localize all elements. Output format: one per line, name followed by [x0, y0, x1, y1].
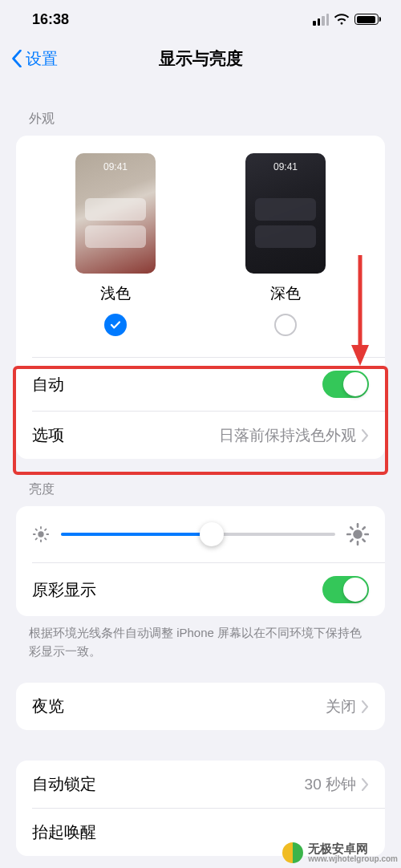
light-preview-icon: 09:41 [75, 153, 156, 274]
brightness-slider[interactable] [61, 522, 335, 546]
sun-large-icon [346, 523, 369, 546]
svg-point-0 [38, 531, 43, 537]
appearance-header: 外观 [0, 79, 401, 136]
svg-line-8 [45, 529, 46, 530]
options-label: 选项 [32, 424, 64, 446]
chevron-left-icon [11, 50, 22, 67]
brightness-slider-row [16, 506, 385, 562]
checkmark-icon [109, 318, 122, 331]
truetone-footer: 根据环境光线条件自动调整 iPhone 屏幕以在不同环境下保持色彩显示一致。 [0, 616, 401, 660]
auto-lock-label: 自动锁定 [32, 773, 96, 795]
watermark-logo-icon [282, 842, 303, 863]
dark-preview-icon: 09:41 [245, 153, 326, 274]
light-radio[interactable] [104, 314, 127, 336]
svg-line-5 [36, 529, 37, 530]
night-shift-value: 关闭 [326, 696, 356, 717]
appearance-options-row[interactable]: 选项 日落前保持浅色外观 [16, 412, 385, 459]
status-time: 16:38 [32, 11, 69, 28]
brightness-header: 亮度 [0, 459, 401, 506]
battery-icon [354, 14, 379, 25]
svg-line-16 [350, 539, 352, 541]
status-bar: 16:38 [0, 0, 401, 39]
status-indicators [313, 14, 379, 26]
night-shift-row[interactable]: 夜览 关闭 [16, 683, 385, 730]
auto-lock-row[interactable]: 自动锁定 30 秒钟 [16, 761, 385, 808]
back-label: 设置 [26, 48, 58, 70]
auto-appearance-switch[interactable] [322, 371, 369, 398]
chevron-right-icon [361, 778, 369, 791]
auto-lock-value: 30 秒钟 [305, 774, 356, 795]
night-shift-card: 夜览 关闭 [16, 683, 385, 730]
brightness-card: 原彩显示 [16, 506, 385, 616]
appearance-card: 09:41 浅色 09:41 深色 自动 选项 日落前保持浅色外观 [16, 136, 385, 459]
raise-wake-label: 抬起唤醒 [32, 821, 96, 843]
dark-radio[interactable] [274, 314, 297, 336]
sun-small-icon [32, 525, 50, 543]
svg-line-7 [36, 538, 37, 539]
truetone-label: 原彩显示 [32, 579, 96, 601]
chevron-right-icon [361, 429, 369, 442]
options-value: 日落前保持浅色外观 [219, 425, 356, 446]
dark-label: 深色 [270, 283, 301, 304]
watermark-url: www.wjhotelgroup.com [308, 854, 398, 863]
svg-line-15 [363, 539, 364, 541]
auto-appearance-row: 自动 [16, 358, 385, 411]
svg-point-9 [353, 529, 363, 539]
watermark: 无极安卓网 www.wjhotelgroup.com [282, 842, 398, 863]
light-label: 浅色 [100, 283, 131, 304]
svg-line-6 [45, 538, 46, 539]
nav-header: 设置 显示与亮度 [0, 39, 401, 79]
truetone-switch[interactable] [322, 576, 369, 603]
appearance-selector: 09:41 浅色 09:41 深色 [16, 136, 385, 357]
page-title: 显示与亮度 [0, 47, 401, 70]
night-shift-label: 夜览 [32, 696, 64, 717]
svg-line-14 [350, 527, 352, 529]
chevron-right-icon [361, 700, 369, 713]
back-button[interactable]: 设置 [11, 48, 58, 70]
auto-label: 自动 [32, 374, 64, 395]
watermark-brand: 无极安卓网 [308, 842, 368, 855]
truetone-row: 原彩显示 [16, 563, 385, 616]
svg-line-17 [363, 527, 364, 529]
appearance-option-dark[interactable]: 09:41 深色 [245, 153, 326, 336]
cellular-signal-icon [313, 14, 329, 26]
appearance-option-light[interactable]: 09:41 浅色 [75, 153, 156, 336]
wifi-icon [334, 14, 350, 25]
